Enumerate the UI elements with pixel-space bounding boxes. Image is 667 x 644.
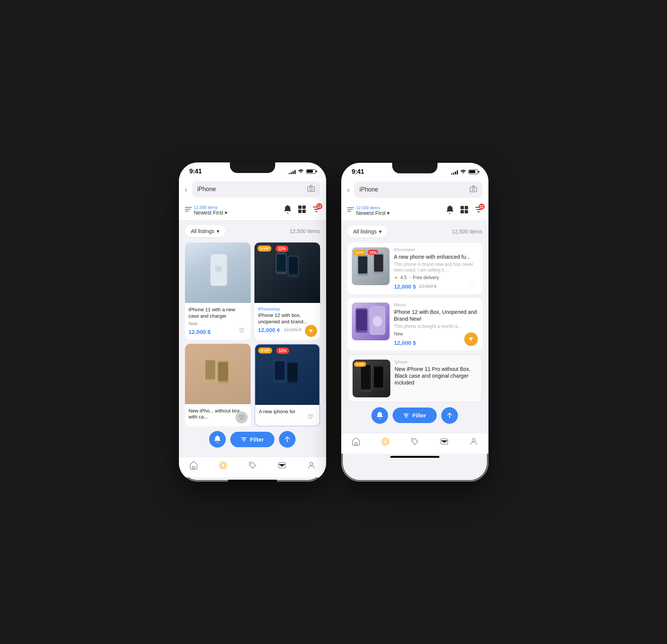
heart-button-2[interactable]: ♥: [305, 325, 317, 337]
list-image-1: S-VIP 12%: [352, 247, 390, 285]
product-card-4[interactable]: S-VIP 12% ♡ A new iphone for: [254, 344, 320, 427]
svg-point-1: [310, 188, 312, 190]
product-card-3[interactable]: ♡ New iPhо... without box, with ca...: [185, 344, 251, 427]
camera-icon-left[interactable]: [307, 185, 315, 194]
svg-point-27: [221, 463, 225, 467]
svg-rect-50: [361, 365, 371, 389]
list-image-3: S-VIP: [353, 360, 390, 397]
list-info-1: iPhoneland A new phone with enhanced fu.…: [394, 247, 478, 290]
all-listings-button-right[interactable]: All listings ▾: [347, 225, 388, 238]
filter-badge-right: 12: [479, 204, 485, 210]
list-shop-3: Iphone: [395, 360, 477, 364]
list-rating-1: ★ 4.5 • Free delivery: [394, 275, 478, 280]
discount-badge-2: 12%: [276, 246, 288, 252]
nav-inbox-left[interactable]: [277, 461, 287, 470]
list-item-1[interactable]: S-VIP 12% iPhoneland A new phone with en…: [347, 243, 482, 294]
list-item-3[interactable]: S-VIP Iphone New iPhone 11 Pro without B…: [347, 354, 482, 403]
notification-action-button-left[interactable]: [209, 431, 226, 448]
chevron-down-icon-right: ▾: [387, 210, 390, 216]
svg-point-55: [413, 439, 414, 440]
list-desc-2: This phone is bought a month a...: [394, 324, 478, 330]
notification-action-button-right[interactable]: [371, 407, 388, 424]
product-price-2: 12,000 ¢: [258, 327, 280, 333]
search-bar-right: ‹ iPhone: [341, 179, 488, 202]
heart-button-list-2[interactable]: ♥: [464, 332, 478, 346]
nav-tag-right[interactable]: [410, 437, 419, 446]
right-phone: 9:41 ‹ iPhone: [341, 163, 488, 482]
status-time-left: 9:41: [189, 168, 202, 175]
heart-button-1[interactable]: ♡: [236, 325, 248, 337]
wifi-icon-right: [460, 169, 466, 175]
heart-button-list-3[interactable]: ♡: [465, 385, 477, 397]
product-price-old-2: 12,000 ¢: [284, 327, 302, 332]
sort-section-left[interactable]: 12,500 items Newest First ▾: [185, 205, 228, 216]
heart-button-4[interactable]: ♡: [304, 411, 316, 423]
sort-icons-right-right: 12: [446, 205, 482, 216]
filter-button-left[interactable]: 12: [313, 205, 320, 215]
heart-button-3[interactable]: ♡: [236, 411, 248, 423]
status-time-right: 9:41: [352, 168, 364, 176]
list-item-2[interactable]: Miniso iPhone 12 with Box, Unopened and …: [347, 298, 482, 351]
svg-rect-42: [358, 256, 367, 273]
nav-profile-left[interactable]: [307, 461, 316, 470]
content-area-left: All listings ▾ 12,500 items: [179, 221, 326, 457]
search-input-right[interactable]: iPhone: [354, 182, 482, 198]
svg-rect-7: [298, 210, 302, 213]
svg-rect-52: [355, 443, 357, 445]
signal-icon-left: [289, 169, 296, 174]
heart-button-list-1[interactable]: ♡: [466, 278, 478, 290]
all-listings-button-left[interactable]: All listings ▾: [185, 225, 225, 237]
grid-view-button-right[interactable]: [461, 206, 468, 215]
items-count-small-right: 12,500 items: [356, 205, 390, 210]
left-phone: 9:41 ‹ iPhone: [179, 162, 326, 482]
svg-rect-43: [374, 255, 383, 272]
product-card-1[interactable]: ♡ iPhone 11 with a new case and charger …: [185, 242, 251, 340]
nav-chat-left[interactable]: [219, 461, 228, 470]
svg-rect-0: [308, 187, 314, 192]
sort-section-right[interactable]: 12,500 items Newest First ▾: [347, 205, 390, 216]
scroll-top-button-left[interactable]: [279, 431, 296, 448]
back-button-left[interactable]: ‹: [185, 185, 188, 194]
nav-inbox-right[interactable]: [440, 437, 449, 446]
filter-wide-button-left[interactable]: Filter: [230, 432, 274, 447]
list-title-2: iPhone 12 with Box, Unopened and Brand N…: [394, 309, 478, 322]
products-grid-left: ♡ iPhone 11 with a new case and charger …: [185, 242, 320, 427]
nav-profile-right[interactable]: [469, 437, 478, 446]
product-image-3: [185, 344, 251, 404]
svg-rect-46: [356, 310, 367, 330]
svg-rect-20: [218, 362, 228, 381]
nav-home-left[interactable]: [189, 461, 198, 470]
scroll-top-button-right[interactable]: [441, 407, 458, 424]
list-title-1: A new phone with enhanced fu...: [394, 253, 478, 260]
svg-point-28: [250, 463, 251, 465]
filter-badge-left: 12: [316, 203, 322, 209]
notification-button-left[interactable]: [284, 205, 291, 215]
status-icons-left: [289, 168, 316, 174]
list-price-old-1: 12,000 $: [419, 284, 437, 289]
sort-label-left: Newest First ▾: [194, 210, 228, 216]
svg-rect-23: [275, 361, 285, 380]
svg-rect-37: [465, 206, 468, 209]
nav-chat-right[interactable]: [381, 437, 390, 446]
notification-button-right[interactable]: [446, 205, 454, 216]
sort-icon-right: [347, 207, 354, 215]
search-input-left[interactable]: iPhone: [192, 181, 320, 198]
product-image-1: [185, 242, 251, 303]
bottom-actions-right: Filter: [347, 403, 482, 428]
camera-icon-right[interactable]: [470, 185, 477, 194]
grid-view-button-left[interactable]: [298, 205, 306, 215]
product-card-2[interactable]: S-VIP 12% ♥ iPhoneshop iPhone 12 with bo…: [254, 242, 320, 340]
nav-tag-left[interactable]: [248, 461, 257, 470]
filter-wide-button-right[interactable]: Filter: [393, 408, 437, 423]
back-button-right[interactable]: ‹: [347, 185, 350, 194]
filter-button-right[interactable]: 12: [475, 206, 482, 215]
svg-point-47: [373, 316, 382, 327]
sort-label-right: Newest First ▾: [356, 210, 390, 216]
star-icon-1: ★: [394, 275, 398, 280]
home-indicator-left: [228, 480, 277, 482]
list-shop-2: Miniso: [394, 303, 478, 307]
nav-home-right[interactable]: [351, 437, 360, 446]
content-area-right: All listings ▾ 12,500 items S-VIP 12%: [341, 221, 488, 433]
status-bar-right: 9:41: [341, 163, 488, 179]
search-bar-left: ‹ iPhone: [179, 178, 326, 202]
